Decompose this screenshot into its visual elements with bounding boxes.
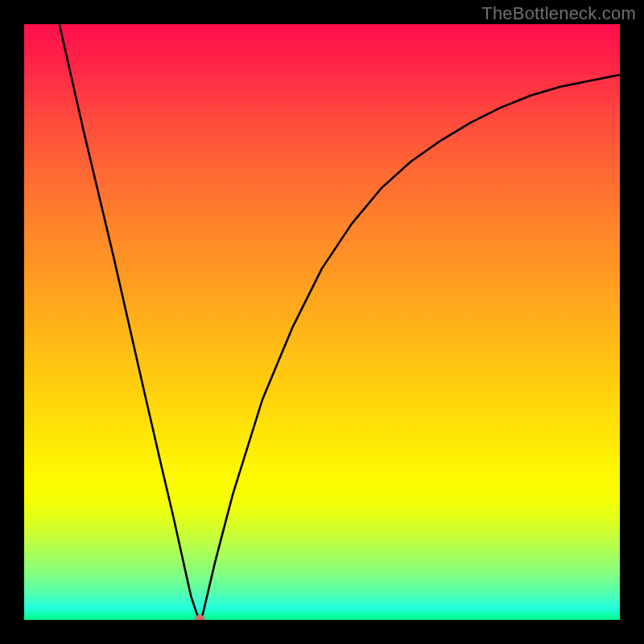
bottleneck-curve [24,24,620,620]
plot-area [24,24,620,620]
chart-frame: TheBottleneck.com [0,0,644,644]
minimum-marker [195,615,205,621]
curve-svg [24,24,620,620]
watermark-text: TheBottleneck.com [481,3,636,24]
